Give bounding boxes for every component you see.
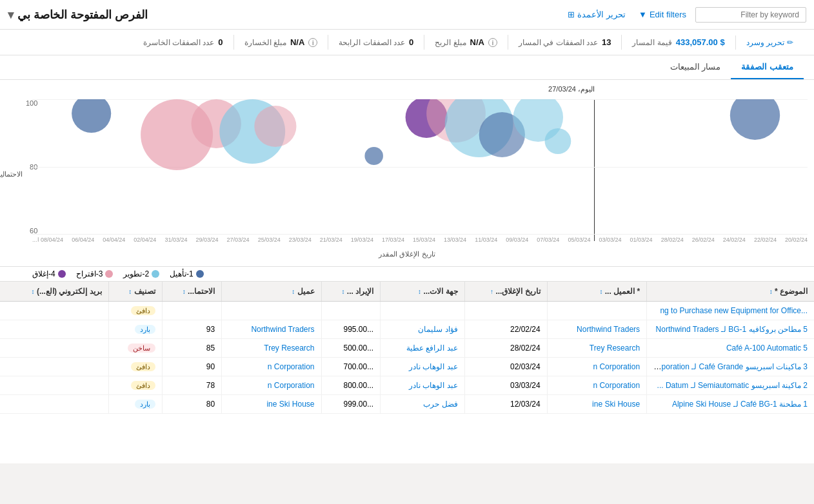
table-cell[interactable]: 2 ماكينة اسبريسو Semiautomatic لـ Datum … bbox=[647, 376, 814, 395]
sort-customer-icon: ↕ bbox=[599, 288, 602, 295]
bubble-5 bbox=[254, 106, 296, 147]
table-cell: 28/02/24 bbox=[464, 339, 547, 358]
cell-link[interactable]: Trey Research bbox=[590, 344, 640, 353]
cell-link[interactable]: عبد الرافع عطية bbox=[406, 344, 458, 353]
table-cell[interactable]: ine Ski House bbox=[222, 395, 321, 414]
tab-sales-path[interactable]: مسار المبيعات bbox=[660, 55, 731, 79]
table-cell: 80 bbox=[162, 395, 222, 414]
table-cell: 93 bbox=[162, 320, 222, 339]
classification-tag: بارد bbox=[135, 325, 155, 334]
legend-area: 1-تأهيل 2-تطوير 3-اقتراح 4-إغلاق bbox=[0, 267, 814, 282]
table-cell[interactable]: n Corporation bbox=[547, 376, 646, 395]
cell-link[interactable]: ine Ski House bbox=[266, 400, 314, 409]
deal-count-value: 13 bbox=[602, 37, 611, 47]
cell-link[interactable]: n Corporation bbox=[593, 381, 640, 390]
legend-propose: 3-اقتراح bbox=[76, 269, 114, 278]
cell-link[interactable]: n Corporation bbox=[268, 381, 315, 390]
keyword-filter-input[interactable] bbox=[695, 7, 806, 23]
losing-metric: 0 عدد الصفقات الخاسرة bbox=[133, 35, 233, 50]
table-cell[interactable]: ...ng to Purchase new Equipment for Offi… bbox=[647, 302, 814, 320]
table-cell: دافئ bbox=[108, 358, 162, 376]
legend-close-dot bbox=[58, 270, 66, 278]
cell-link[interactable]: n Corporation bbox=[268, 362, 315, 371]
cell-link[interactable]: ine Ski House bbox=[592, 400, 640, 409]
table-cell[interactable]: فضل حرب bbox=[381, 395, 465, 414]
table-cell[interactable]: عبد الوهاب نادر bbox=[381, 376, 465, 395]
table-cell[interactable]: Café A-100 Automatic 5 bbox=[647, 339, 814, 358]
cell-link[interactable]: 1 مطحنة Café BG-1 لـ Alpine Ski House bbox=[672, 400, 808, 409]
edit-forecast-button[interactable]: ✏ تحرير وسرد bbox=[746, 38, 793, 47]
legend-close-label: 4-إغلاق bbox=[32, 269, 55, 278]
cell-link[interactable]: فؤاد سليمان bbox=[418, 325, 457, 334]
cell-link[interactable]: Northwind Traders bbox=[251, 325, 314, 334]
cell-link[interactable]: 3 ماكينات اسبريسو Café Grande لـ A. Datu… bbox=[647, 362, 808, 371]
table-cell[interactable]: عبد الوهاب نادر bbox=[381, 358, 465, 376]
col-classification[interactable]: تصنيف ↕ bbox=[108, 282, 162, 302]
col-customer[interactable]: * العميل ... ↕ bbox=[547, 282, 646, 302]
table-cell[interactable]: 1 مطحنة Café BG-1 لـ Alpine Ski House bbox=[647, 395, 814, 414]
x-tick-10: 09/03/24 bbox=[506, 237, 528, 243]
table-cell[interactable]: عبد الرافع عطية bbox=[381, 339, 465, 358]
table-cell[interactable]: n Corporation bbox=[547, 358, 646, 376]
table-cell[interactable] bbox=[547, 302, 646, 320]
col-probability[interactable]: الاحتما... ↕ bbox=[162, 282, 222, 302]
deal-count-label: عدد الصفقات في المسار bbox=[519, 38, 598, 47]
winning-metric: 0 عدد الصفقات الرابحة bbox=[328, 35, 424, 50]
cell-link[interactable]: n Corporation bbox=[593, 362, 640, 371]
cell-link[interactable]: Northwind Traders bbox=[577, 325, 640, 334]
table-cell[interactable] bbox=[381, 302, 465, 320]
edit-icon: ✏ bbox=[787, 38, 793, 47]
col-email[interactable]: بريد إلكتروني (الع...) ↕ bbox=[0, 282, 108, 302]
x-tick-1: 20/02/24 bbox=[785, 237, 808, 243]
x-tick-23: 04/04/24 bbox=[103, 237, 125, 243]
col-client[interactable]: عميل ↕ bbox=[222, 282, 321, 302]
table-cell[interactable]: Trey Research bbox=[547, 339, 646, 358]
profit-info-icon: i bbox=[488, 38, 497, 47]
tab-tracker[interactable]: متعقب الصفقة bbox=[731, 55, 804, 79]
col-subject[interactable]: الموضوع * ↕ bbox=[647, 282, 814, 302]
profit-label: مبلغ الربح bbox=[435, 38, 466, 47]
table-cell[interactable] bbox=[222, 302, 321, 320]
losing-label: عدد الصفقات الخاسرة bbox=[143, 38, 215, 47]
table-cell: 85 bbox=[162, 339, 222, 358]
col-revenue[interactable]: الإيراد ... ↕ bbox=[321, 282, 381, 302]
table-cell: 90 bbox=[162, 358, 222, 376]
edit-columns-button[interactable]: تحرير الأعمدة ⊞ bbox=[564, 7, 630, 22]
cell-link[interactable]: عبد الوهاب نادر bbox=[409, 362, 458, 371]
table-cell[interactable]: Trey Research bbox=[222, 339, 321, 358]
edit-filters-button[interactable]: Edit filters ▼ bbox=[635, 7, 690, 22]
loss-value: N/A bbox=[290, 37, 304, 47]
sort-client-icon: ↕ bbox=[292, 288, 295, 295]
cell-link[interactable]: ...ng to Purchase new Equipment for Offi… bbox=[660, 306, 808, 315]
cell-link[interactable]: 5 مطاحن بروكافيه BG-1 لـ Northwind Trade… bbox=[656, 325, 808, 334]
cell-link[interactable]: 2 ماكينة اسبريسو Semiautomatic لـ Datum … bbox=[657, 381, 808, 390]
title-chevron[interactable]: ▾ bbox=[8, 8, 14, 22]
table-cell[interactable]: 3 ماكينات اسبريسو Café Grande لـ A. Datu… bbox=[647, 358, 814, 376]
col-close-date[interactable]: تاريخ الإغلاق... ↑ bbox=[464, 282, 547, 302]
cell-link[interactable]: فضل حرب bbox=[423, 400, 457, 409]
table-cell[interactable]: Northwind Traders bbox=[222, 320, 321, 339]
opportunities-table: الموضوع * ↕ * العميل ... ↕ تاريخ الإغلاق… bbox=[0, 282, 814, 414]
table-cell[interactable]: 5 مطاحن بروكافيه BG-1 لـ Northwind Trade… bbox=[647, 320, 814, 339]
top-bar: Edit filters ▼ تحرير الأعمدة ⊞ الفرص الم… bbox=[0, 0, 814, 30]
table-cell[interactable]: ine Ski House bbox=[547, 395, 646, 414]
x-tick-11: 11/03/24 bbox=[475, 237, 497, 243]
sort-closedate-icon: ↑ bbox=[490, 288, 493, 295]
x-tick-21: 31/03/24 bbox=[164, 237, 187, 243]
table-cell[interactable]: Northwind Traders bbox=[547, 320, 646, 339]
x-tick-8: 05/03/24 bbox=[568, 237, 590, 243]
cell-link[interactable]: Café A-100 Automatic 5 bbox=[726, 344, 808, 353]
table-cell bbox=[0, 376, 108, 395]
columns-icon: ⊞ bbox=[568, 10, 575, 19]
table-cell[interactable]: n Corporation bbox=[222, 376, 321, 395]
cell-link[interactable]: Trey Research bbox=[264, 344, 314, 353]
table-cell: 03/03/24 bbox=[464, 376, 547, 395]
table-cell[interactable]: n Corporation bbox=[222, 358, 321, 376]
table-cell: بارد bbox=[108, 395, 162, 414]
cell-link[interactable]: عبد الوهاب نادر bbox=[409, 381, 458, 390]
table-cell: ...995.00 bbox=[321, 320, 381, 339]
table-cell[interactable]: فؤاد سليمان bbox=[381, 320, 465, 339]
col-contact[interactable]: جهة الات... ↕ bbox=[381, 282, 465, 302]
x-tick-25: 08/04/24 ا... bbox=[32, 237, 63, 243]
losing-value: 0 bbox=[218, 37, 223, 47]
